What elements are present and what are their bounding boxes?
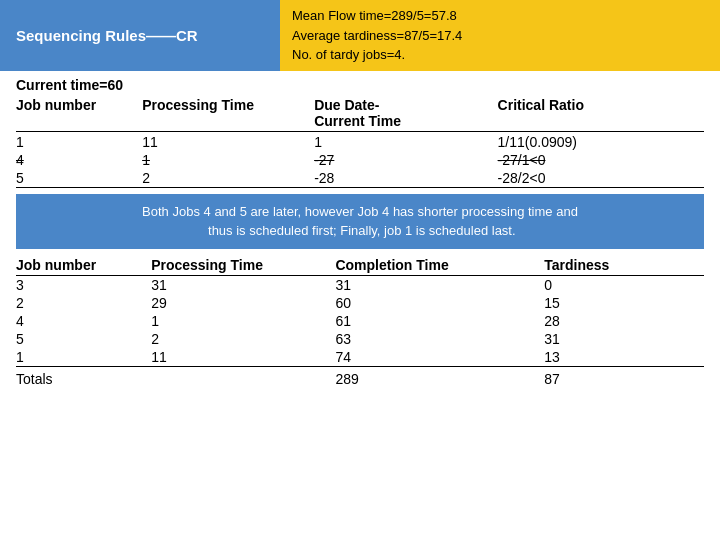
top-table-header: Job number Processing Time Due Date-Curr… <box>16 95 704 132</box>
table-row: 2 29 60 15 <box>16 294 704 312</box>
th-completion-time: Completion Time <box>335 255 544 276</box>
cell-proc: 11 <box>142 131 314 151</box>
cell-job: 2 <box>16 294 151 312</box>
th-due-date: Due Date-Current Time <box>314 95 497 132</box>
cell-job: 4 <box>16 312 151 330</box>
main-container: Sequencing Rules——CR Mean Flow time=289/… <box>0 0 720 540</box>
header-row: Sequencing Rules——CR Mean Flow time=289/… <box>0 0 720 71</box>
cell-tard: 0 <box>544 275 704 294</box>
cell-cr: -28/2<0 <box>498 169 704 188</box>
cell-job: 5 <box>16 169 142 188</box>
cell-comp: 63 <box>335 330 544 348</box>
current-time-label: Current time=60 <box>16 77 704 93</box>
stats-content: Mean Flow time=289/5=57.8 Average tardin… <box>292 6 462 65</box>
totals-label: Totals <box>16 366 151 388</box>
th-job-number: Job number <box>16 95 142 132</box>
bottom-table-header: Job number Processing Time Completion Ti… <box>16 255 704 276</box>
stat-line-2: Average tardiness=87/5=17.4 <box>292 26 462 46</box>
cell-tard: 31 <box>544 330 704 348</box>
cell-proc: 2 <box>151 330 335 348</box>
cell-proc: 2 <box>142 169 314 188</box>
totals-comp: 289 <box>335 366 544 388</box>
totals-proc <box>151 366 335 388</box>
bottom-table: Job number Processing Time Completion Ti… <box>16 255 704 388</box>
cell-job: 4 <box>16 151 142 169</box>
cell-job: 3 <box>16 275 151 294</box>
cell-proc: 31 <box>151 275 335 294</box>
totals-tard: 87 <box>544 366 704 388</box>
title-box: Sequencing Rules——CR <box>0 0 280 71</box>
cell-cr: -27/1<0 <box>498 151 704 169</box>
table-row: 3 31 31 0 <box>16 275 704 294</box>
table-row: 5 2 63 31 <box>16 330 704 348</box>
th-job-number-2: Job number <box>16 255 151 276</box>
cell-job: 1 <box>16 131 142 151</box>
cell-comp: 60 <box>335 294 544 312</box>
table-row: 4 1 61 28 <box>16 312 704 330</box>
cell-tard: 15 <box>544 294 704 312</box>
cell-job: 5 <box>16 330 151 348</box>
th-tardiness: Tardiness <box>544 255 704 276</box>
cell-comp: 61 <box>335 312 544 330</box>
cell-job: 1 <box>16 348 151 367</box>
page-title: Sequencing Rules——CR <box>16 27 198 44</box>
cell-cr: 1/11(0.0909) <box>498 131 704 151</box>
cell-proc: 1 <box>142 151 314 169</box>
cell-comp: 31 <box>335 275 544 294</box>
cell-due: -28 <box>314 169 497 188</box>
note-box: Both Jobs 4 and 5 are later, however Job… <box>16 194 704 249</box>
note-text: Both Jobs 4 and 5 are later, however Job… <box>142 204 578 239</box>
cell-proc: 29 <box>151 294 335 312</box>
stat-line-3: No. of tardy jobs=4. <box>292 45 462 65</box>
th-critical-ratio: Critical Ratio <box>498 95 704 132</box>
cell-due: 1 <box>314 131 497 151</box>
stats-box: Mean Flow time=289/5=57.8 Average tardin… <box>280 0 720 71</box>
cell-comp: 74 <box>335 348 544 367</box>
table-row: 5 2 -28 -28/2<0 <box>16 169 704 188</box>
cell-proc: 1 <box>151 312 335 330</box>
cell-tard: 28 <box>544 312 704 330</box>
stat-line-1: Mean Flow time=289/5=57.8 <box>292 6 462 26</box>
cell-due: -27 <box>314 151 497 169</box>
top-table: Job number Processing Time Due Date-Curr… <box>16 95 704 188</box>
cell-tard: 13 <box>544 348 704 367</box>
table-row: 4 1 -27 -27/1<0 <box>16 151 704 169</box>
totals-row: Totals 289 87 <box>16 366 704 388</box>
th-processing-time-2: Processing Time <box>151 255 335 276</box>
cell-proc: 11 <box>151 348 335 367</box>
th-processing-time: Processing Time <box>142 95 314 132</box>
table-row: 1 11 74 13 <box>16 348 704 367</box>
table-row: 1 11 1 1/11(0.0909) <box>16 131 704 151</box>
content-area: Current time=60 Job number Processing Ti… <box>0 71 720 541</box>
